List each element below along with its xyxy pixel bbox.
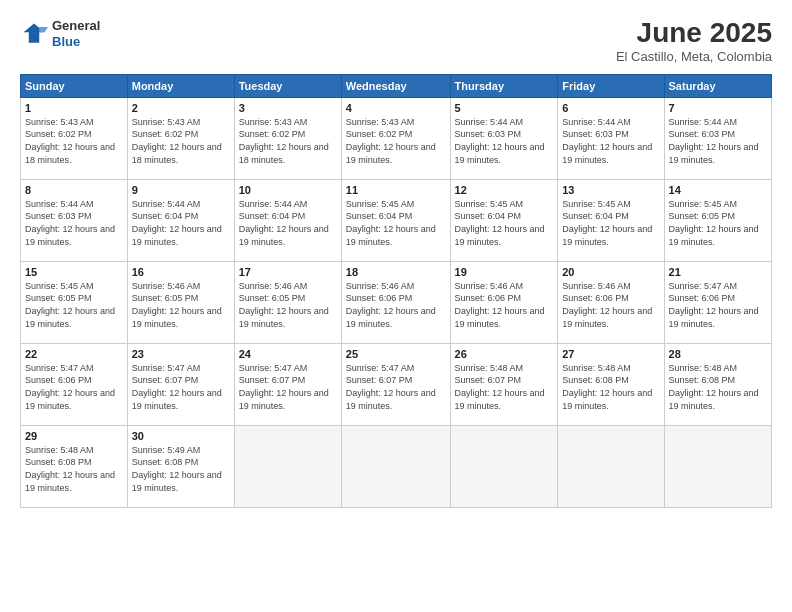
day-info: Sunrise: 5:49 AM Sunset: 6:08 PM Dayligh… (132, 444, 230, 494)
day-number: 15 (25, 266, 123, 278)
table-row: 3 Sunrise: 5:43 AM Sunset: 6:02 PM Dayli… (234, 97, 341, 179)
day-info: Sunrise: 5:43 AM Sunset: 6:02 PM Dayligh… (239, 116, 337, 166)
day-number: 24 (239, 348, 337, 360)
table-row: 20 Sunrise: 5:46 AM Sunset: 6:06 PM Dayl… (558, 261, 664, 343)
day-info: Sunrise: 5:44 AM Sunset: 6:03 PM Dayligh… (562, 116, 659, 166)
day-info: Sunrise: 5:44 AM Sunset: 6:04 PM Dayligh… (239, 198, 337, 248)
day-info: Sunrise: 5:46 AM Sunset: 6:05 PM Dayligh… (239, 280, 337, 330)
day-info: Sunrise: 5:45 AM Sunset: 6:04 PM Dayligh… (455, 198, 554, 248)
day-info: Sunrise: 5:45 AM Sunset: 6:05 PM Dayligh… (669, 198, 767, 248)
table-row: 2 Sunrise: 5:43 AM Sunset: 6:02 PM Dayli… (127, 97, 234, 179)
day-info: Sunrise: 5:44 AM Sunset: 6:03 PM Dayligh… (25, 198, 123, 248)
day-info: Sunrise: 5:46 AM Sunset: 6:06 PM Dayligh… (346, 280, 446, 330)
table-row: 22 Sunrise: 5:47 AM Sunset: 6:06 PM Dayl… (21, 343, 128, 425)
day-number: 1 (25, 102, 123, 114)
day-info: Sunrise: 5:47 AM Sunset: 6:06 PM Dayligh… (25, 362, 123, 412)
col-saturday: Saturday (664, 74, 771, 97)
calendar-header-row: Sunday Monday Tuesday Wednesday Thursday… (21, 74, 772, 97)
day-number: 16 (132, 266, 230, 278)
day-number: 4 (346, 102, 446, 114)
table-row (558, 425, 664, 507)
day-number: 9 (132, 184, 230, 196)
table-row: 12 Sunrise: 5:45 AM Sunset: 6:04 PM Dayl… (450, 179, 558, 261)
table-row (450, 425, 558, 507)
day-info: Sunrise: 5:48 AM Sunset: 6:08 PM Dayligh… (25, 444, 123, 494)
day-info: Sunrise: 5:45 AM Sunset: 6:05 PM Dayligh… (25, 280, 123, 330)
day-number: 14 (669, 184, 767, 196)
table-row: 28 Sunrise: 5:48 AM Sunset: 6:08 PM Dayl… (664, 343, 771, 425)
col-wednesday: Wednesday (341, 74, 450, 97)
table-row: 26 Sunrise: 5:48 AM Sunset: 6:07 PM Dayl… (450, 343, 558, 425)
day-info: Sunrise: 5:45 AM Sunset: 6:04 PM Dayligh… (562, 198, 659, 248)
day-number: 29 (25, 430, 123, 442)
day-number: 18 (346, 266, 446, 278)
day-info: Sunrise: 5:48 AM Sunset: 6:07 PM Dayligh… (455, 362, 554, 412)
day-info: Sunrise: 5:43 AM Sunset: 6:02 PM Dayligh… (346, 116, 446, 166)
day-number: 3 (239, 102, 337, 114)
table-row: 17 Sunrise: 5:46 AM Sunset: 6:05 PM Dayl… (234, 261, 341, 343)
table-row: 11 Sunrise: 5:45 AM Sunset: 6:04 PM Dayl… (341, 179, 450, 261)
day-number: 22 (25, 348, 123, 360)
table-row: 4 Sunrise: 5:43 AM Sunset: 6:02 PM Dayli… (341, 97, 450, 179)
table-row: 6 Sunrise: 5:44 AM Sunset: 6:03 PM Dayli… (558, 97, 664, 179)
col-thursday: Thursday (450, 74, 558, 97)
day-info: Sunrise: 5:45 AM Sunset: 6:04 PM Dayligh… (346, 198, 446, 248)
day-info: Sunrise: 5:44 AM Sunset: 6:03 PM Dayligh… (669, 116, 767, 166)
calendar-subtitle: El Castillo, Meta, Colombia (616, 49, 772, 64)
table-row: 1 Sunrise: 5:43 AM Sunset: 6:02 PM Dayli… (21, 97, 128, 179)
day-info: Sunrise: 5:44 AM Sunset: 6:03 PM Dayligh… (455, 116, 554, 166)
table-row: 14 Sunrise: 5:45 AM Sunset: 6:05 PM Dayl… (664, 179, 771, 261)
day-info: Sunrise: 5:47 AM Sunset: 6:07 PM Dayligh… (346, 362, 446, 412)
calendar-week-row: 22 Sunrise: 5:47 AM Sunset: 6:06 PM Dayl… (21, 343, 772, 425)
col-monday: Monday (127, 74, 234, 97)
day-info: Sunrise: 5:46 AM Sunset: 6:06 PM Dayligh… (455, 280, 554, 330)
table-row: 10 Sunrise: 5:44 AM Sunset: 6:04 PM Dayl… (234, 179, 341, 261)
day-number: 13 (562, 184, 659, 196)
table-row: 27 Sunrise: 5:48 AM Sunset: 6:08 PM Dayl… (558, 343, 664, 425)
day-info: Sunrise: 5:48 AM Sunset: 6:08 PM Dayligh… (562, 362, 659, 412)
table-row: 18 Sunrise: 5:46 AM Sunset: 6:06 PM Dayl… (341, 261, 450, 343)
day-number: 23 (132, 348, 230, 360)
table-row: 30 Sunrise: 5:49 AM Sunset: 6:08 PM Dayl… (127, 425, 234, 507)
col-sunday: Sunday (21, 74, 128, 97)
table-row: 7 Sunrise: 5:44 AM Sunset: 6:03 PM Dayli… (664, 97, 771, 179)
calendar-table: Sunday Monday Tuesday Wednesday Thursday… (20, 74, 772, 508)
table-row (664, 425, 771, 507)
day-number: 17 (239, 266, 337, 278)
logo-text: General Blue (52, 18, 100, 49)
day-number: 6 (562, 102, 659, 114)
day-number: 10 (239, 184, 337, 196)
calendar-week-row: 8 Sunrise: 5:44 AM Sunset: 6:03 PM Dayli… (21, 179, 772, 261)
day-number: 20 (562, 266, 659, 278)
day-number: 25 (346, 348, 446, 360)
svg-marker-0 (24, 23, 45, 42)
table-row: 13 Sunrise: 5:45 AM Sunset: 6:04 PM Dayl… (558, 179, 664, 261)
table-row: 25 Sunrise: 5:47 AM Sunset: 6:07 PM Dayl… (341, 343, 450, 425)
calendar-week-row: 15 Sunrise: 5:45 AM Sunset: 6:05 PM Dayl… (21, 261, 772, 343)
svg-marker-1 (39, 27, 48, 32)
table-row: 24 Sunrise: 5:47 AM Sunset: 6:07 PM Dayl… (234, 343, 341, 425)
day-number: 30 (132, 430, 230, 442)
day-number: 12 (455, 184, 554, 196)
day-number: 7 (669, 102, 767, 114)
calendar-week-row: 1 Sunrise: 5:43 AM Sunset: 6:02 PM Dayli… (21, 97, 772, 179)
table-row: 23 Sunrise: 5:47 AM Sunset: 6:07 PM Dayl… (127, 343, 234, 425)
table-row (234, 425, 341, 507)
day-info: Sunrise: 5:48 AM Sunset: 6:08 PM Dayligh… (669, 362, 767, 412)
day-info: Sunrise: 5:43 AM Sunset: 6:02 PM Dayligh… (132, 116, 230, 166)
day-number: 5 (455, 102, 554, 114)
table-row: 8 Sunrise: 5:44 AM Sunset: 6:03 PM Dayli… (21, 179, 128, 261)
day-info: Sunrise: 5:46 AM Sunset: 6:06 PM Dayligh… (562, 280, 659, 330)
logo: General Blue (20, 18, 100, 49)
day-info: Sunrise: 5:44 AM Sunset: 6:04 PM Dayligh… (132, 198, 230, 248)
table-row: 21 Sunrise: 5:47 AM Sunset: 6:06 PM Dayl… (664, 261, 771, 343)
day-number: 19 (455, 266, 554, 278)
table-row: 19 Sunrise: 5:46 AM Sunset: 6:06 PM Dayl… (450, 261, 558, 343)
logo-icon (20, 20, 48, 48)
day-number: 11 (346, 184, 446, 196)
table-row (341, 425, 450, 507)
day-info: Sunrise: 5:46 AM Sunset: 6:05 PM Dayligh… (132, 280, 230, 330)
table-row: 5 Sunrise: 5:44 AM Sunset: 6:03 PM Dayli… (450, 97, 558, 179)
day-number: 28 (669, 348, 767, 360)
col-friday: Friday (558, 74, 664, 97)
